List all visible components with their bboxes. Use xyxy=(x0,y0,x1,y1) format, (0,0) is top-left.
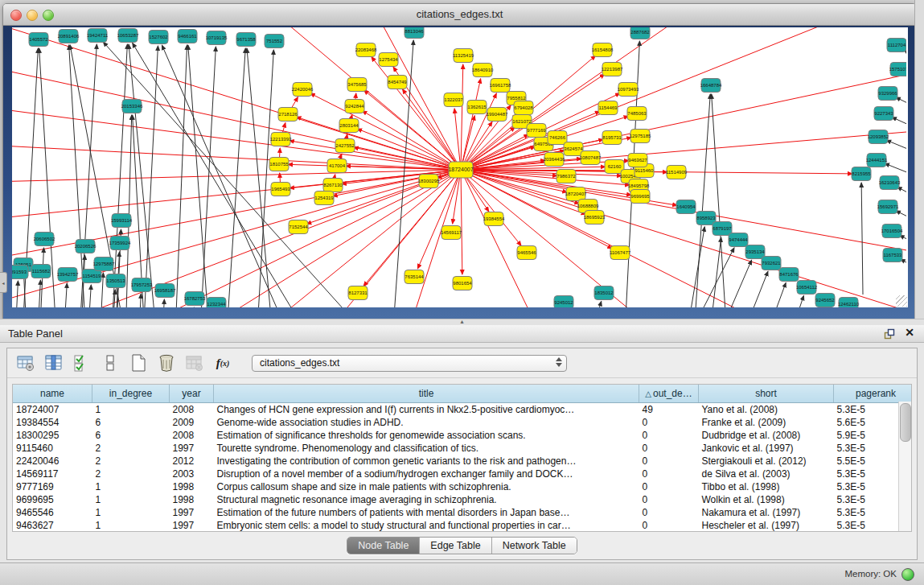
table-cell[interactable]: 0 xyxy=(639,480,699,493)
black-citation-edge[interactable] xyxy=(901,259,906,278)
table-cell[interactable]: de Silva et al. (2003) xyxy=(699,468,834,480)
table-cell[interactable]: Hescheler et al. (1997) xyxy=(699,519,834,532)
black-citation-edge[interactable] xyxy=(173,45,187,307)
black-citation-edge[interactable] xyxy=(247,48,277,307)
table-row[interactable]: 969969511998Structural magnetic resonanc… xyxy=(13,493,912,506)
table-cell[interactable]: Wolkin et al. (1998) xyxy=(699,493,834,506)
black-citation-edge[interactable] xyxy=(886,140,906,161)
float-window-icon[interactable] xyxy=(884,328,895,340)
resize-grip[interactable] xyxy=(896,295,907,307)
table-settings-icon[interactable] xyxy=(15,352,36,373)
table-cell[interactable]: 9777169 xyxy=(13,480,92,493)
table-row[interactable]: 1456911722003Disruption of a novel membe… xyxy=(13,468,912,480)
panel-collapse-handle[interactable]: ◂ xyxy=(0,272,7,293)
table-cell[interactable]: 2 xyxy=(92,468,170,480)
close-panel-icon[interactable]: ✕ xyxy=(905,326,914,339)
red-citation-edge[interactable] xyxy=(461,170,906,307)
table-cell[interactable]: Tourette syndrome. Phenomenology and cla… xyxy=(214,442,639,455)
table-row[interactable]: 977716911998Corpus callosum shape and si… xyxy=(13,480,912,493)
table-cell[interactable]: 0 xyxy=(639,493,699,506)
black-citation-edge[interactable] xyxy=(62,283,67,307)
red-citation-edge[interactable] xyxy=(362,111,461,170)
column-header-in_degree[interactable]: in_degree xyxy=(92,385,170,403)
table-cell[interactable]: Estimation of significance thresholds fo… xyxy=(214,429,639,442)
black-citation-edge[interactable] xyxy=(896,97,906,117)
column-header-pagerank[interactable]: pagerank xyxy=(834,385,913,403)
black-citation-edge[interactable] xyxy=(36,280,40,307)
citation-network-graph[interactable]: 1872400711325419186409101696175879558121… xyxy=(12,27,906,307)
window-titlebar[interactable]: citations_edges.txt xyxy=(3,4,916,26)
table-cell[interactable]: 1 xyxy=(92,519,170,532)
black-citation-edge[interactable] xyxy=(160,299,164,307)
table-cell[interactable]: Disruption of a novel member of a sodium… xyxy=(214,468,639,480)
table-cell[interactable]: 49 xyxy=(639,403,699,417)
red-citation-edge[interactable] xyxy=(12,27,461,170)
red-citation-edge[interactable] xyxy=(12,132,461,170)
table-cell[interactable]: 0 xyxy=(639,468,699,480)
table-cell[interactable]: 1 xyxy=(92,493,170,506)
table-row[interactable]: 2242004622012Investigating the contribut… xyxy=(13,455,912,468)
table-cell[interactable]: 1998 xyxy=(170,480,214,493)
black-citation-edge[interactable] xyxy=(110,290,115,307)
column-header-title[interactable]: title xyxy=(214,385,639,403)
red-citation-edge[interactable] xyxy=(461,64,463,170)
table-cell[interactable]: 18300295 xyxy=(13,429,92,442)
table-cell[interactable]: 2 xyxy=(92,455,170,468)
table-cell[interactable]: Jankovic et al. (1997) xyxy=(699,442,834,455)
tab-node-table[interactable]: Node Table xyxy=(347,538,420,554)
table-cell[interactable]: 0 xyxy=(639,442,699,455)
table-cell[interactable]: 14569117 xyxy=(13,468,92,480)
black-citation-edge[interactable] xyxy=(681,227,704,307)
table-cell[interactable]: 6 xyxy=(92,429,170,442)
table-cell[interactable]: 0 xyxy=(639,519,699,532)
tab-network-table[interactable]: Network Table xyxy=(492,538,577,554)
table-cell[interactable]: 2012 xyxy=(170,455,214,468)
black-citation-edge[interactable] xyxy=(137,294,141,307)
new-document-icon[interactable] xyxy=(128,352,149,373)
black-citation-edge[interactable] xyxy=(141,46,158,307)
table-cell[interactable]: 2008 xyxy=(170,403,214,417)
black-citation-edge[interactable] xyxy=(745,282,786,307)
table-cell[interactable]: Embryonic stem cells: a model to study s… xyxy=(214,519,639,532)
table-cell[interactable]: 9115460 xyxy=(13,442,92,455)
table-cell[interactable]: 9465546 xyxy=(13,506,92,519)
red-citation-edge[interactable] xyxy=(310,93,461,170)
table-cell[interactable]: 0 xyxy=(639,506,699,519)
table-row[interactable]: 946554611997Estimation of the future num… xyxy=(13,506,912,519)
table-cell[interactable]: Changes of HCN gene expression and I(f) … xyxy=(214,403,639,417)
black-citation-edge[interactable] xyxy=(585,302,602,307)
black-citation-edge[interactable] xyxy=(861,183,863,295)
table-cell[interactable]: Tibbo et al. (1998) xyxy=(699,480,834,493)
table-cell[interactable]: 18724007 xyxy=(13,403,92,417)
table-cell[interactable]: 0 xyxy=(639,429,699,442)
table-cell[interactable]: 0 xyxy=(639,416,699,429)
table-cell[interactable]: 22420046 xyxy=(13,455,92,468)
black-citation-edge[interactable] xyxy=(770,295,803,307)
column-header-year[interactable]: year xyxy=(170,385,214,403)
table-cell[interactable]: 1 xyxy=(92,480,170,493)
table-cell[interactable]: 19384554 xyxy=(13,416,92,429)
table-row[interactable]: 1830029562008Estimation of significance … xyxy=(13,429,912,442)
black-citation-edge[interactable] xyxy=(223,48,245,307)
table-cell[interactable]: 2009 xyxy=(170,416,214,429)
red-citation-edge[interactable] xyxy=(461,170,462,274)
tab-edge-table[interactable]: Edge Table xyxy=(420,538,491,554)
delete-trash-icon[interactable] xyxy=(156,352,177,373)
table-cell[interactable]: Franke et al. (2009) xyxy=(699,416,834,429)
scrollbar-thumb[interactable] xyxy=(900,403,911,442)
table-cell[interactable]: Genome-wide association studies in ADHD. xyxy=(214,416,639,429)
table-cell[interactable]: Structural magnetic resonance image aver… xyxy=(214,493,639,506)
table-cell[interactable]: Nakamura et al. (1997) xyxy=(699,506,834,519)
table-cell[interactable]: Stergiakouli et al. (2012) xyxy=(699,455,834,468)
red-citation-edge[interactable] xyxy=(357,129,461,170)
black-citation-edge[interactable] xyxy=(86,285,91,307)
function-builder-icon[interactable]: f(x) xyxy=(212,352,233,373)
column-header-out_de[interactable]: △out_de… xyxy=(639,385,699,403)
memory-ok-indicator[interactable] xyxy=(901,568,914,581)
table-row[interactable]: 1938455462009Genome-wide association stu… xyxy=(13,416,912,429)
vertical-scrollbar[interactable] xyxy=(898,402,911,531)
table-cell[interactable]: Estimation of the future numbers of pati… xyxy=(214,506,639,519)
network-canvas[interactable]: 1872400711325419186409101696175879558121… xyxy=(12,27,908,307)
table-cell[interactable]: 9463627 xyxy=(13,519,92,532)
column-visibility-icon[interactable] xyxy=(43,352,64,373)
